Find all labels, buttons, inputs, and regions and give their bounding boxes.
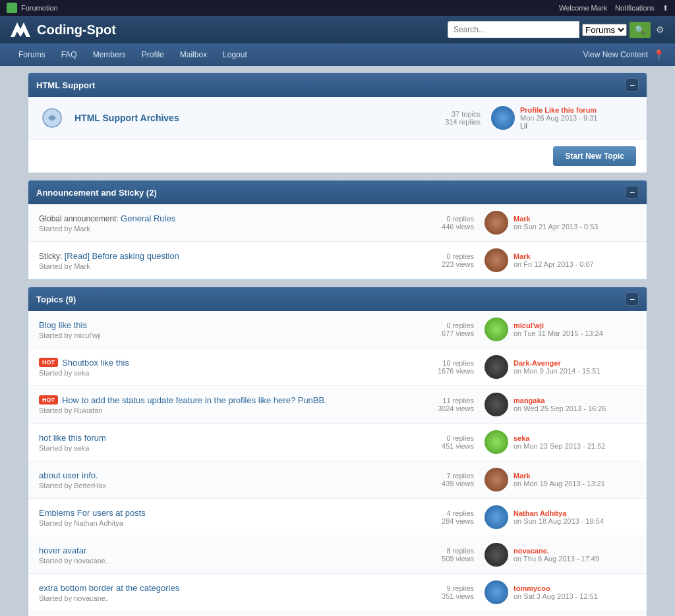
site-logo: Coding-Spot [11, 22, 116, 38]
last-user-t4[interactable]: Mark [514, 472, 531, 480]
last-user-link-0[interactable]: Mark [514, 215, 531, 223]
topic-started-t6: Started by novacane. [39, 557, 405, 565]
avatar-t4 [484, 468, 508, 491]
last-user-t3[interactable]: seka [514, 434, 529, 442]
forum-topics-count: 37 topics [445, 110, 481, 118]
topic-title-rules[interactable]: General Rules [121, 213, 175, 223]
last-date-t2: on Wed 25 Sep 2013 - 16:26 [514, 405, 606, 412]
topic-stats-0: 0 replies 446 views [405, 215, 484, 231]
topic-info-rules: Global announcement: General Rules Start… [39, 213, 405, 233]
topic-title-4[interactable]: about user info. [39, 470, 98, 480]
collapse-announcement-button[interactable]: − [626, 186, 639, 199]
avatar-t7 [484, 580, 508, 604]
last-post-info: Profile Like this forum Mon 26 Aug 2013 … [520, 106, 597, 130]
topic-row-0: Blog like this Started by micul'wji 0 re… [28, 311, 647, 349]
topic-info-7: extra bottom border at the categories St… [39, 583, 405, 602]
topic-info-1: HOT Shoutbox like this Started by seka [39, 358, 405, 377]
topic-last-t3: seka on Mon 23 Sep 2013 - 21:52 [484, 430, 636, 454]
topic-info-3: hot like this forum Started by seka [39, 433, 405, 452]
topic-last-t0: micul'wji on Tue 31 Mar 2015 - 13:24 [484, 318, 636, 341]
topic-stats-t3: 0 replies 451 views [405, 434, 484, 450]
last-info-t2: mangaka on Wed 25 Sep 2013 - 16:26 [514, 397, 606, 412]
search-scope-select[interactable]: Forums [582, 24, 627, 36]
last-user-t2[interactable]: mangaka [514, 397, 545, 405]
nav-mailbox[interactable]: Mailbox [172, 43, 215, 66]
search-input[interactable] [448, 21, 579, 38]
view-new-content-link[interactable]: View New Content [583, 50, 649, 59]
last-info-t1: Dark-Avenger on Mon 9 Jun 2014 - 15:51 [514, 359, 600, 375]
hot-badge-2: HOT [39, 395, 58, 405]
collapse-topics-button[interactable]: − [626, 293, 639, 306]
topic-last-t1: Dark-Avenger on Mon 9 Jun 2014 - 15:51 [484, 355, 636, 379]
topic-views-t6: 509 views [416, 555, 474, 563]
nav-members[interactable]: Members [85, 43, 134, 66]
topic-row-1: HOT Shoutbox like this Started by seka 1… [28, 349, 647, 386]
nav-faq[interactable]: FAQ [53, 43, 85, 66]
welcome-text: Welcome Mark [559, 4, 607, 12]
last-user-t1[interactable]: Dark-Avenger [514, 359, 561, 367]
settings-button[interactable]: ⚙ [656, 24, 664, 35]
last-user-t7[interactable]: tommycoo [514, 584, 550, 592]
topic-views-t0: 677 views [416, 329, 474, 337]
topic-stats-t5: 4 replies 284 views [405, 509, 484, 525]
last-user-t5[interactable]: Nathan Adhitya [514, 509, 566, 517]
last-date-t7: on Sat 3 Aug 2013 - 12:51 [514, 592, 598, 600]
topic-info-read: Sticky: [Read] Before asking question St… [39, 251, 405, 270]
announcement-title: Announcement and Sticky (2) [36, 188, 157, 198]
nav-right: View New Content 📍 [583, 49, 665, 60]
topic-title-5[interactable]: Emblems For users at posts [39, 508, 146, 518]
topic-started-t7: Started by novacane. [39, 594, 405, 602]
topic-last-t4: Mark on Mon 19 Aug 2013 - 13:21 [484, 468, 636, 491]
avatar-t3 [484, 430, 508, 454]
logo-icon [11, 22, 32, 38]
main-content: HTML Support − HTML Support Archives 37 … [21, 66, 654, 616]
topic-last-t6: novacane. on Thu 8 Aug 2013 - 17:49 [484, 543, 636, 567]
last-date-0: on Sun 21 Apr 2013 - 0:53 [514, 223, 598, 231]
start-new-topic-button-top[interactable]: Start New Topic [553, 146, 636, 166]
topic-views-t3: 451 views [416, 442, 474, 450]
last-user-link-1[interactable]: Mark [514, 252, 531, 260]
forum-replies-count: 314 replies [445, 118, 481, 126]
nav-logout[interactable]: Logout [215, 43, 255, 66]
last-post-title-link[interactable]: Profile Like this forum [520, 106, 597, 114]
topic-last-t5: Nathan Adhitya on Sun 18 Aug 2013 - 19:5… [484, 505, 636, 529]
last-user-t6[interactable]: novacane. [514, 547, 549, 555]
last-date-t5: on Sun 18 Aug 2013 - 19:54 [514, 517, 604, 525]
topic-stats-t0: 0 replies 677 views [405, 322, 484, 337]
nav-profile[interactable]: Profile [134, 43, 172, 66]
topic-row-3: hot like this forum Started by seka 0 re… [28, 424, 647, 461]
topic-title-0[interactable]: Blog like this [39, 320, 87, 330]
avatar-mark-1 [484, 248, 508, 272]
avatar-t6 [484, 543, 508, 567]
last-post-date: Mon 26 Aug 2013 - 9:31 [520, 114, 597, 122]
notifications-link[interactable]: Notifications [615, 4, 655, 12]
topic-replies-t3: 0 replies [416, 434, 474, 442]
topic-title-6[interactable]: hover avatar [39, 546, 86, 555]
last-info-t7: tommycoo on Sat 3 Aug 2013 - 12:51 [514, 584, 598, 600]
topic-info-6: hover avatar Started by novacane. [39, 546, 405, 565]
forum-title-archives[interactable]: HTML Support Archives [74, 113, 179, 123]
topic-title-2[interactable]: How to add the status update feature in … [62, 395, 327, 405]
html-support-header: HTML Support − [28, 73, 647, 97]
last-info-t6: novacane. on Thu 8 Aug 2013 - 17:49 [514, 547, 599, 563]
announcement-header: Announcement and Sticky (2) − [28, 181, 647, 204]
nav-forums[interactable]: Forums [11, 43, 53, 66]
collapse-html-support-button[interactable]: − [626, 78, 639, 92]
last-info-t0: micul'wji on Tue 31 Mar 2015 - 13:24 [514, 322, 603, 337]
last-user-t0[interactable]: micul'wji [514, 322, 544, 329]
topic-stats-t6: 8 replies 509 views [405, 547, 484, 563]
avatar-t1 [484, 355, 508, 379]
topic-title-read[interactable]: [Read] Before asking question [65, 251, 179, 261]
topic-last-t2: mangaka on Wed 25 Sep 2013 - 16:26 [484, 393, 636, 416]
topic-title-7[interactable]: extra bottom border at the categories [39, 583, 179, 593]
forum-row-archives: HTML Support Archives 37 topics 314 repl… [28, 97, 647, 140]
nav-bar: Forums FAQ Members Profile Mailbox Logou… [0, 43, 675, 66]
topic-title-1[interactable]: Shoutbox like this [62, 358, 129, 368]
topic-row-5: Emblems For users at posts Started by Na… [28, 499, 647, 536]
last-date-t6: on Thu 8 Aug 2013 - 17:49 [514, 555, 599, 563]
forum-info-archives: HTML Support Archives [74, 113, 434, 123]
search-button[interactable]: 🔍 [630, 22, 651, 38]
topic-title-3[interactable]: hot like this forum [39, 433, 106, 443]
topic-views-t5: 284 views [416, 517, 474, 525]
start-new-topic-row-top: Start New Topic [28, 140, 647, 173]
